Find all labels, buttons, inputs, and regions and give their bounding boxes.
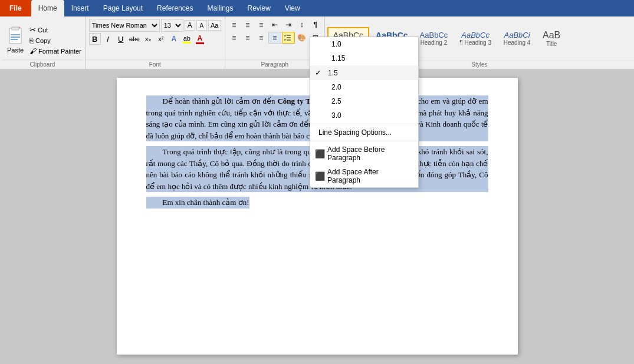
copy-icon: ⎘ [29,37,34,45]
cut-icon: ✂ [29,25,36,34]
svg-rect-1 [9,28,21,44]
space-after-icon: ⬛ [315,171,325,181]
svg-rect-4 [11,37,20,38]
tab-file[interactable]: File [0,0,31,16]
tab-page-layout[interactable]: Page Layout [96,0,150,16]
numbering-button[interactable]: ≡ [241,19,254,31]
svg-rect-2 [12,27,19,30]
paste-button[interactable]: Paste [2,18,28,59]
shading-button[interactable]: 🎨 [295,32,308,44]
format-painter-button[interactable]: 🖌 Format Painter [28,47,83,56]
font-color-button[interactable]: A [194,33,206,45]
font-name-select[interactable]: Times New Roman [89,19,160,32]
font-size-select[interactable]: 13 [161,19,183,32]
tab-insert[interactable]: Insert [64,0,96,16]
strikethrough-button[interactable]: abc [128,33,141,45]
bold-button[interactable]: B [89,33,101,45]
underline-button[interactable]: U [115,33,127,45]
spacing-3-0[interactable]: 3.0 [310,108,418,123]
menu-divider-2 [310,141,418,141]
font-group: Times New Roman 13 A A Aa B I U abc x₂ x… [86,16,225,69]
text-effects-button[interactable]: A [168,33,180,45]
subscript-button[interactable]: x₂ [142,33,154,45]
spacing-2-0[interactable]: 2.0 [310,80,418,94]
increase-indent-button[interactable]: ⇥ [282,19,295,31]
justify-button[interactable]: ≡ [268,32,281,44]
show-formatting-button[interactable]: ¶ [309,19,322,31]
spacing-2-5[interactable]: 2.5 [310,94,418,108]
paste-label: Paste [7,47,24,54]
style-h3-label: ¶ Heading 3 [459,39,491,46]
style-heading4[interactable]: AaBbCi Heading 4 [498,28,536,49]
paragraph-3: Em xin chân thành cảm ơn! [146,197,249,209]
style-title[interactable]: AaB Title [537,27,566,50]
add-space-after-button[interactable]: ⬛ Add Space After Paragraph [310,165,418,187]
highlight-button[interactable]: ab [181,33,193,45]
format-painter-icon: 🖌 [29,47,37,55]
style-title-preview: AaB [543,30,560,41]
style-heading3[interactable]: AaBbCc ¶ Heading 3 [454,28,497,49]
bullets-button[interactable]: ≡ [228,19,241,31]
font-size-decrease[interactable]: A [196,20,207,31]
style-h4-label: Heading 4 [504,39,531,46]
style-title-label: Title [546,41,557,47]
tab-review[interactable]: Review [240,0,277,16]
style-heading2[interactable]: AaBbCc Heading 2 [415,28,454,49]
italic-button[interactable]: I [102,33,114,45]
superscript-button[interactable]: x² [155,33,167,45]
svg-rect-3 [11,34,20,35]
align-right-button[interactable]: ≡ [255,32,268,44]
change-case-button[interactable]: Aa [208,20,221,31]
line-spacing-dropdown: 1.0 1.15 ✓ 1.5 2.0 2.5 3.0 Line Spacing … [310,37,419,188]
spacing-1-5[interactable]: ✓ 1.5 [310,65,418,80]
cut-button[interactable]: ✂ Cut [28,25,83,35]
space-before-icon: ⬛ [315,149,325,158]
copy-button[interactable]: ⎘ Copy [28,36,83,45]
multilevel-list-button[interactable]: ≡ [255,19,268,31]
clipboard-group-label: Clipboard [2,59,83,68]
style-h2-preview: AaBbCc [420,31,448,39]
spacing-1-0[interactable]: 1.0 [310,37,418,51]
style-h3-preview: AaBbCc [461,31,490,39]
svg-rect-5 [11,39,18,40]
menu-divider-1 [310,124,418,124]
style-h4-preview: AaBbCi [504,31,530,39]
check-mark: ✓ [315,68,324,77]
decrease-indent-button[interactable]: ⇤ [268,19,281,31]
tab-references[interactable]: References [150,0,200,16]
clipboard-group: Paste ✂ Cut ⎘ Copy 🖌 Format Painter Clip… [0,16,86,69]
font-group-label: Font [86,59,225,68]
line-spacing-button[interactable] [282,32,295,44]
tab-home[interactable]: Home [31,0,64,16]
tab-mailings[interactable]: Mailings [200,0,240,16]
spacing-1-15[interactable]: 1.15 [310,51,418,65]
align-left-button[interactable]: ≡ [228,32,241,44]
tab-view[interactable]: View [278,0,307,16]
align-center-button[interactable]: ≡ [241,32,254,44]
style-h2-label: Heading 2 [421,39,448,46]
font-size-increase[interactable]: A [185,20,195,31]
add-space-before-button[interactable]: ⬛ Add Space Before Paragraph [310,143,418,165]
line-spacing-options-button[interactable]: Line Spacing Options... [310,125,418,140]
sort-button[interactable]: ↕ [295,19,308,31]
